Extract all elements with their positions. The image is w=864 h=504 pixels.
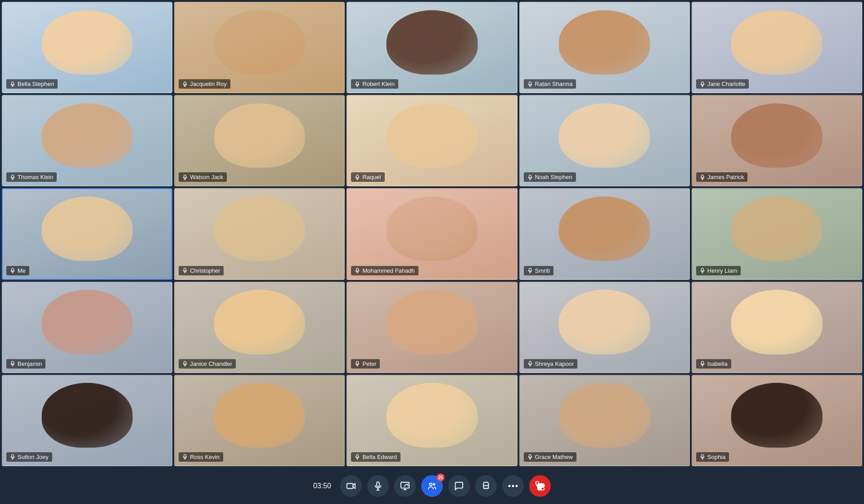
participant-name-label: Grace Mathew <box>524 452 577 462</box>
participant-name: Janice Chandler <box>190 360 232 367</box>
video-tile-12: Mohammed Fahadh <box>346 188 517 279</box>
participant-name: Mohammed Fahadh <box>362 267 414 274</box>
participant-name: Bella Stephen <box>18 81 54 87</box>
camera-button[interactable] <box>340 475 362 497</box>
mic-icon <box>10 361 15 366</box>
video-tile-14: Henry Liam <box>692 188 862 279</box>
participant-name: Jane Charlotte <box>707 81 746 87</box>
svg-rect-72 <box>702 454 704 458</box>
participant-name: Raquel <box>362 174 381 180</box>
participant-name-label: Bella Edward <box>351 452 400 462</box>
reactions-button[interactable] <box>475 475 497 497</box>
svg-rect-6 <box>356 81 359 85</box>
svg-rect-66 <box>356 454 359 458</box>
mic-icon <box>527 268 533 273</box>
video-tile-6: Watson Jack <box>174 95 345 186</box>
svg-rect-0 <box>12 81 14 85</box>
participant-name-label: Ratan Sharma <box>524 79 576 89</box>
participant-name-label: Jacquelin Roy <box>179 79 230 89</box>
participant-name-label: Sutton Joey <box>6 452 52 462</box>
participant-name: Sophia <box>707 454 725 460</box>
mic-icon <box>527 454 533 459</box>
mic-icon <box>700 268 705 273</box>
participant-name: Watson Jack <box>190 174 223 180</box>
chat-button[interactable] <box>448 475 470 497</box>
svg-line-83 <box>404 484 406 486</box>
participant-name-label: Jane Charlotte <box>696 79 749 89</box>
participant-name: James Patrick <box>707 174 744 180</box>
mic-icon <box>700 81 705 87</box>
svg-rect-54 <box>529 361 531 364</box>
participant-name-label: Sophia <box>696 452 729 462</box>
video-tile-18: Shreya Kapoor <box>519 282 690 373</box>
mic-icon <box>10 268 15 273</box>
video-tile-2: Robert Klein <box>346 2 517 93</box>
participant-name-label: Mohammed Fahadh <box>351 266 418 275</box>
video-tile-9: James Patrick <box>692 95 862 186</box>
participants-badge: 25 <box>436 473 445 482</box>
svg-point-90 <box>516 485 518 487</box>
participant-name-label: Shreya Kapoor <box>524 359 578 369</box>
participant-name-label: Watson Jack <box>179 172 227 182</box>
svg-rect-33 <box>184 268 186 271</box>
participant-name: Robert Klein <box>362 81 395 87</box>
participant-name: Bella Edward <box>362 454 397 460</box>
svg-rect-63 <box>184 454 186 458</box>
svg-rect-30 <box>12 268 14 271</box>
participant-name: Grace Mathew <box>535 454 573 460</box>
participant-name-label: James Patrick <box>696 172 748 182</box>
svg-rect-69 <box>529 454 531 458</box>
participant-name-label: Peter <box>351 359 380 369</box>
participant-name-label: Bella Stephen <box>6 79 58 89</box>
svg-rect-36 <box>356 268 359 271</box>
participant-name: Henry Liam <box>707 267 737 274</box>
call-timer: 03:50 <box>313 482 331 490</box>
mic-icon <box>355 268 360 273</box>
participants-button[interactable]: 25 <box>421 475 443 497</box>
participant-name: Thomas Klein <box>18 174 53 180</box>
mic-icon <box>182 81 188 87</box>
video-tile-0: Bella Stephen <box>2 2 172 93</box>
participant-name-label: Smriti <box>524 266 554 275</box>
participant-name-label: Christopher <box>179 266 224 275</box>
end-call-button[interactable] <box>529 475 551 497</box>
participant-name-label: Benjamin <box>6 359 45 369</box>
participant-name-label: Robert Klein <box>351 79 398 89</box>
participant-name-label: Henry Liam <box>696 266 741 275</box>
mic-icon <box>527 175 533 180</box>
svg-rect-21 <box>356 175 359 178</box>
svg-rect-12 <box>702 81 704 85</box>
participant-name-label: Noah Stephen <box>524 172 576 182</box>
participant-name: Ross Kevin <box>190 454 220 460</box>
svg-point-88 <box>508 485 511 487</box>
mic-icon <box>182 268 188 273</box>
participant-name-label: Thomas Klein <box>6 172 57 182</box>
participant-name: Sutton Joey <box>18 454 49 460</box>
svg-point-85 <box>433 484 435 486</box>
svg-rect-27 <box>702 175 704 178</box>
mic-button[interactable] <box>367 475 389 497</box>
svg-rect-48 <box>184 361 186 364</box>
video-tile-8: Noah Stephen <box>519 95 690 186</box>
mic-icon <box>182 175 188 180</box>
video-tile-17: Peter <box>346 282 517 373</box>
participant-name-label: Me <box>6 266 29 275</box>
svg-rect-60 <box>12 454 14 458</box>
mic-icon <box>182 454 188 459</box>
video-tile-24: Sophia <box>692 375 862 466</box>
svg-rect-42 <box>702 268 704 271</box>
mic-icon <box>355 175 360 180</box>
svg-rect-51 <box>356 361 359 364</box>
participant-name: Shreya Kapoor <box>535 360 574 367</box>
svg-rect-18 <box>184 175 186 178</box>
share-screen-button[interactable] <box>394 475 416 497</box>
more-options-button[interactable] <box>502 475 524 497</box>
mic-icon <box>10 81 15 87</box>
participant-name: Christopher <box>190 267 220 274</box>
mic-icon <box>527 361 533 366</box>
video-tile-15: Benjamin <box>2 282 172 373</box>
video-tile-22: Bella Edward <box>346 375 517 466</box>
mic-icon <box>182 361 188 366</box>
participant-name: Peter <box>362 360 376 367</box>
participant-name-label: Ross Kevin <box>179 452 223 462</box>
